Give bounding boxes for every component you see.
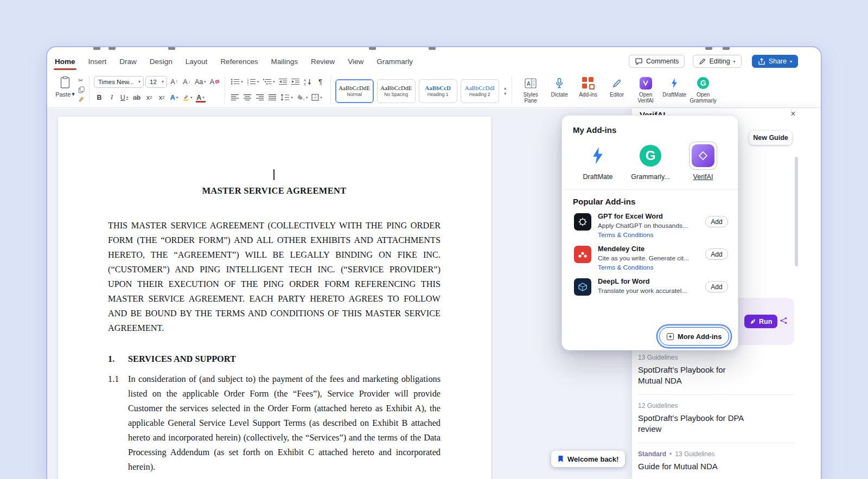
font-color-button[interactable]: A▾ (195, 92, 206, 104)
add-mendeley-button[interactable]: Add (705, 248, 728, 260)
text-effects-button[interactable]: A▾ (169, 92, 180, 104)
clause-text: As part of the registration process, Cus… (128, 476, 441, 479)
justify-button[interactable] (267, 92, 278, 104)
guide-title: SpotDraft’s Playbook for Mutual NDA (638, 365, 746, 386)
addin-title: Mendeley Cite (598, 245, 705, 253)
style-heading-1[interactable]: AaBbCcD Heading 1 (419, 79, 457, 103)
sort-button[interactable]: AZ (303, 76, 314, 88)
clause-number: 1.1 (108, 372, 128, 474)
editing-mode-button[interactable]: Editing ▾ (693, 55, 741, 68)
document-page[interactable]: MASTER SERVICE AGREEMENT THIS MASTER SER… (58, 117, 491, 479)
share-button[interactable]: Share ▾ (752, 55, 798, 68)
tab-review[interactable]: Review (311, 58, 335, 66)
guide-item-mutual-nda[interactable]: 13 Guidelines SpotDraft’s Playbook for M… (638, 354, 794, 386)
superscript-button[interactable]: x2 (156, 92, 167, 104)
terms-link[interactable]: Terms & Conditions (598, 264, 705, 271)
align-left-button[interactable] (229, 92, 240, 104)
addins-button[interactable]: Add-ins (574, 74, 603, 106)
change-case-button[interactable]: Aa▾ (194, 76, 207, 88)
addin-verifai[interactable]: VerifAI (682, 142, 724, 181)
format-painter-icon[interactable] (78, 95, 85, 102)
open-grammarly-button[interactable]: G Open Grammarly (689, 74, 718, 106)
font-name-value: Times New... (98, 79, 134, 85)
shrink-font-button[interactable]: A↓ (181, 76, 192, 88)
align-center-button[interactable] (242, 92, 253, 104)
font-name-select[interactable]: Times New...▾ (94, 76, 144, 88)
shading-button[interactable]: ▾ (296, 92, 309, 104)
guide-meta: 13 Guidelines (638, 354, 794, 361)
style-heading-2[interactable]: AaBbCcDdI Heading 2 (461, 79, 499, 103)
clear-formatting-button[interactable]: A (209, 76, 220, 88)
italic-button[interactable]: I (106, 92, 117, 104)
multilevel-list-button[interactable]: ▾ (261, 76, 276, 88)
welcome-back-toast[interactable]: Welcome back! (551, 451, 625, 467)
add-gpt-button[interactable]: Add (705, 216, 728, 227)
paste-button[interactable]: Paste▾ (54, 76, 76, 104)
dictate-button[interactable]: Dictate (545, 74, 574, 106)
comments-button[interactable]: Comments (629, 55, 685, 68)
more-addins-button[interactable]: + More Add-ins (659, 327, 729, 346)
tab-view[interactable]: View (348, 58, 363, 66)
line-spacing-button[interactable]: ▾ (279, 92, 294, 104)
bookmark-icon (558, 455, 564, 463)
underline-button[interactable]: U▾ (119, 92, 130, 104)
my-addins-row: DraftMate G Grammarly... VerifAI (562, 135, 738, 181)
tab-layout[interactable]: Layout (186, 58, 208, 66)
share-nodes-icon[interactable] (780, 317, 788, 324)
draftmate-button[interactable]: DraftMate (660, 74, 689, 106)
numbered-list-button[interactable]: 123▾ (246, 76, 260, 88)
addin-draftmate[interactable]: DraftMate (577, 142, 618, 181)
guide-item-dpa-review[interactable]: 12 Guidelines SpotDraft’s Playbook for D… (638, 402, 794, 435)
close-panel-button[interactable]: × (788, 109, 798, 119)
addin-name: VerifAI (693, 173, 713, 181)
editor-button[interactable]: Editor (603, 74, 631, 106)
editor-label: Editor (610, 92, 624, 98)
panel-scrollbar[interactable] (795, 157, 798, 266)
verifai-icon (640, 76, 652, 90)
bold-button[interactable]: B (94, 92, 105, 104)
styles-pane-button[interactable]: A Styles Pane (516, 74, 545, 106)
add-deepl-button[interactable]: Add (705, 281, 728, 292)
style-no-spacing[interactable]: AaBbCcDdE No Spacing (377, 79, 416, 103)
tab-draw[interactable]: Draw (119, 58, 137, 66)
style-normal[interactable]: AaBbCcDdE Normal (335, 79, 374, 103)
tab-design[interactable]: Design (150, 58, 173, 66)
clipboard-mini-buttons: ✂ (78, 76, 85, 104)
editing-label: Editing (709, 58, 730, 65)
highlight-color-button[interactable]: ▾ (181, 92, 194, 104)
comments-label: Comments (646, 58, 679, 65)
increase-indent-button[interactable] (290, 76, 301, 88)
run-button[interactable]: Run (744, 315, 777, 328)
font-size-select[interactable]: 12▾ (145, 76, 167, 88)
tab-references[interactable]: References (220, 58, 258, 66)
tab-insert[interactable]: Insert (88, 58, 107, 66)
addin-grammarly[interactable]: G Grammarly... (630, 142, 671, 181)
chevron-down-icon: ▼ (503, 92, 507, 95)
grow-font-button[interactable]: A↑ (169, 76, 180, 88)
terms-link[interactable]: Terms & Conditions (598, 231, 705, 239)
word-window: Home Insert Draw Design Layout Reference… (46, 46, 822, 479)
strikethrough-button[interactable]: ab (131, 92, 142, 104)
align-right-button[interactable] (254, 92, 265, 104)
open-verifai-label: Open VerifAI (631, 92, 660, 104)
mendeley-icon (574, 246, 591, 263)
copy-icon[interactable] (78, 86, 85, 93)
titlebar-cropped-icons (47, 47, 821, 51)
tab-grammarly[interactable]: Grammarly (376, 58, 413, 66)
tab-mailings[interactable]: Mailings (271, 58, 298, 66)
addin-description: Cite as you write. Generate cit... (598, 254, 705, 262)
styles-gallery-scroll[interactable]: ▲▼ (503, 86, 507, 95)
borders-button[interactable]: ▾ (310, 92, 323, 104)
clause-1-1: 1.1 In consideration of (and subject to)… (108, 372, 441, 474)
guide-meta: Standard • 13 Guidelines (638, 450, 794, 458)
subscript-button[interactable]: x2 (144, 92, 155, 104)
show-paragraph-marks-button[interactable]: ¶ (315, 76, 326, 88)
bullet-list-button[interactable]: ▾ (229, 76, 244, 88)
tab-home[interactable]: Home (55, 58, 75, 66)
open-verifai-button[interactable]: Open VerifAI (631, 74, 660, 106)
guide-item-standard-mutual-nda[interactable]: Standard • 13 Guidelines Guide for Mutua… (638, 450, 794, 472)
decrease-indent-button[interactable] (278, 76, 289, 88)
cut-icon[interactable]: ✂ (78, 77, 85, 84)
draftmate-label: DraftMate (662, 92, 686, 98)
new-guide-button[interactable]: New Guide (749, 131, 792, 145)
